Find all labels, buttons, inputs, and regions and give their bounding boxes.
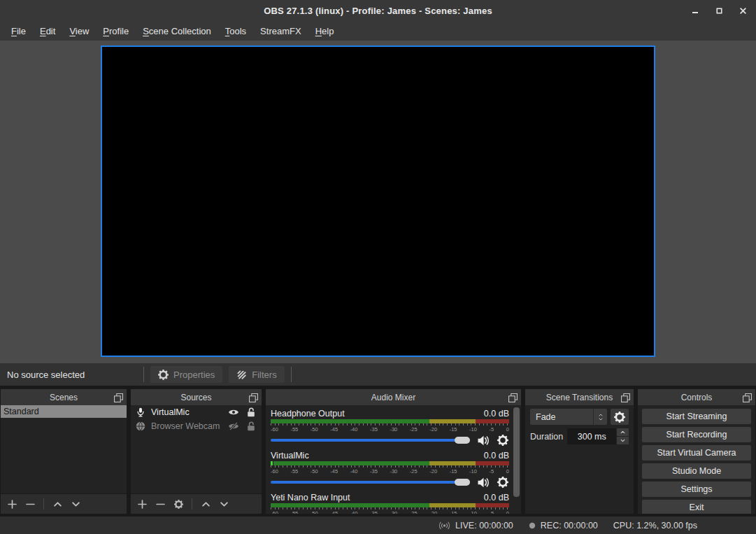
- remove-scene-button[interactable]: [25, 499, 35, 509]
- visibility-toggle[interactable]: [227, 407, 239, 417]
- filters-button[interactable]: Filters: [229, 366, 284, 383]
- scene-item-standard[interactable]: Standard: [1, 405, 127, 418]
- move-source-down-button[interactable]: [219, 499, 229, 509]
- mixer-channel-virtualmic: VirtualMic 0.0 dB -60-55-50-45-40-35-30-…: [271, 449, 509, 489]
- rec-status: REC: 00:00:00: [529, 521, 598, 531]
- volume-slider[interactable]: [271, 436, 470, 444]
- move-scene-up-button[interactable]: [52, 499, 62, 509]
- duration-value[interactable]: 300 ms: [567, 428, 616, 444]
- meter-scale: -60-55-50-45-40-35-30-25-20-15-10-50: [271, 426, 509, 433]
- source-properties-button[interactable]: [173, 499, 183, 509]
- scenes-panel-header: Scenes: [1, 389, 127, 405]
- transition-select[interactable]: Fade: [530, 409, 607, 425]
- chevron-down-icon: [598, 417, 604, 421]
- popout-icon[interactable]: [249, 393, 258, 402]
- meter-level-indicator: [271, 461, 273, 465]
- menu-scene-collection[interactable]: Scene Collection: [136, 23, 218, 39]
- chevron-down-icon: [220, 500, 229, 509]
- move-scene-down-button[interactable]: [71, 499, 80, 509]
- close-button[interactable]: [735, 3, 750, 18]
- docks: Scenes Standard Sources: [0, 386, 756, 517]
- maximize-icon: [716, 8, 722, 14]
- toolbar-divider: [192, 498, 192, 510]
- lock-toggle[interactable]: [245, 421, 257, 431]
- channel-name: VirtualMic: [271, 451, 309, 461]
- slider-handle[interactable]: [455, 437, 470, 444]
- menu-edit[interactable]: Edit: [33, 23, 62, 39]
- mute-button[interactable]: [476, 477, 490, 489]
- mixer-channel-headphone-output: Headphone Output 0.0 dB -60-55-50-45-40-…: [271, 407, 509, 447]
- sources-list: VirtualMic Browser Webcam: [131, 405, 262, 493]
- meter-scale: -60-55-50-45-40-35-30-25-20-15-10-50: [271, 468, 509, 475]
- duration-label: Duration: [530, 432, 563, 442]
- mic-icon: [136, 407, 145, 417]
- popout-icon[interactable]: [508, 393, 518, 402]
- popout-icon[interactable]: [114, 393, 123, 402]
- remove-source-button[interactable]: [155, 499, 165, 509]
- chevron-up-icon: [620, 430, 626, 435]
- controls-panel-header: Controls: [638, 389, 755, 405]
- minimize-button[interactable]: [687, 3, 703, 18]
- toolbar-divider: [143, 367, 144, 382]
- preview-area: [0, 41, 756, 363]
- channel-settings-button[interactable]: [496, 435, 509, 447]
- maximize-button[interactable]: [711, 3, 727, 18]
- studio-mode-button[interactable]: Studio Mode: [642, 463, 751, 479]
- visibility-toggle[interactable]: [227, 421, 239, 431]
- titlebar: OBS 27.1.3 (linux) - Profile: James - Sc…: [0, 0, 756, 21]
- channel-name: Headphone Output: [271, 409, 345, 419]
- minus-icon: [26, 500, 35, 509]
- menu-help[interactable]: Help: [308, 23, 341, 39]
- settings-button[interactable]: Settings: [642, 482, 751, 497]
- duration-increment-button[interactable]: [617, 428, 629, 436]
- sources-toolbar: [131, 493, 262, 514]
- window-title: OBS 27.1.3 (linux) - Profile: James - Sc…: [0, 6, 756, 16]
- scenes-toolbar: [1, 493, 127, 514]
- popout-icon[interactable]: [621, 393, 630, 402]
- slider-handle[interactable]: [455, 479, 470, 486]
- source-status-label: No source selected: [7, 370, 137, 380]
- menu-file[interactable]: File: [4, 23, 33, 39]
- menu-tools[interactable]: Tools: [218, 23, 253, 39]
- move-source-up-button[interactable]: [201, 499, 211, 509]
- meter-ticks: [271, 423, 509, 426]
- speaker-icon: [477, 477, 490, 488]
- mute-button[interactable]: [476, 435, 490, 447]
- start-virtual-camera-button[interactable]: Start Virtual Camera: [642, 445, 751, 461]
- plus-icon: [8, 500, 17, 509]
- rec-timer: REC: 00:00:00: [541, 521, 598, 531]
- volume-slider[interactable]: [271, 478, 470, 486]
- scene-transitions-panel-header: Scene Transitions: [525, 389, 634, 405]
- start-streaming-button[interactable]: Start Streaming: [642, 409, 751, 424]
- scrollbar-thumb[interactable]: [513, 407, 520, 497]
- menu-profile[interactable]: Profile: [96, 23, 136, 39]
- toolbar-divider: [291, 367, 292, 382]
- performance-stats: CPU: 1.2%, 30.00 fps: [613, 521, 697, 531]
- source-context-toolbar: No source selected Properties Filters: [0, 363, 756, 386]
- source-row-browser-webcam[interactable]: Browser Webcam: [131, 419, 262, 433]
- scenes-list: Standard: [1, 405, 127, 493]
- channel-db-value: 0.0 dB: [484, 451, 509, 461]
- duration-decrement-button[interactable]: [617, 437, 629, 444]
- start-recording-button[interactable]: Start Recording: [642, 427, 751, 442]
- transition-settings-button[interactable]: [611, 409, 629, 425]
- channel-settings-button[interactable]: [496, 477, 509, 489]
- menu-view[interactable]: View: [62, 23, 96, 39]
- eye-icon: [228, 408, 239, 416]
- preview-canvas[interactable]: [101, 45, 655, 357]
- duration-spinbox: 300 ms: [567, 428, 629, 444]
- gear-icon: [158, 370, 169, 380]
- lock-open-icon: [247, 421, 255, 431]
- popout-icon[interactable]: [743, 393, 752, 402]
- minus-icon: [156, 500, 165, 509]
- lock-toggle[interactable]: [245, 407, 257, 417]
- properties-button[interactable]: Properties: [150, 366, 222, 383]
- exit-button[interactable]: Exit: [642, 500, 751, 514]
- add-source-button[interactable]: [137, 499, 147, 509]
- add-scene-button[interactable]: [7, 499, 17, 509]
- mixer-scrollbar: [513, 407, 520, 512]
- meter-ticks: [271, 507, 509, 510]
- menu-streamfx[interactable]: StreamFX: [253, 23, 308, 39]
- source-row-virtualmic[interactable]: VirtualMic: [131, 405, 262, 419]
- obs-window: OBS 27.1.3 (linux) - Profile: James - Sc…: [0, 0, 756, 534]
